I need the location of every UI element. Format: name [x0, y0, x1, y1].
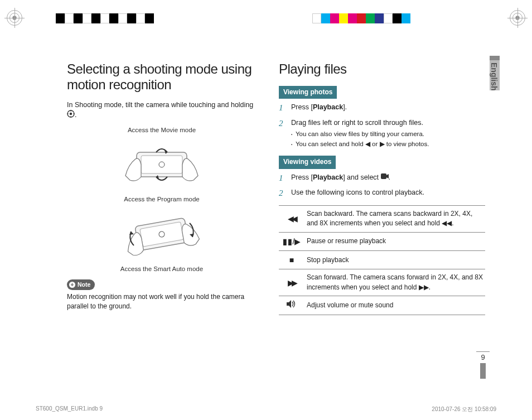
- footer-timestamp: 2010-07-26 오전 10:58:09: [432, 405, 496, 413]
- note-label: Note: [78, 281, 90, 288]
- footer: ST600_QSM_EUR1.indb 9 2010-07-26 오전 10:5…: [36, 405, 496, 413]
- volume-desc: Adjust volume or mute sound: [304, 296, 485, 315]
- rewind-desc: Scan backward. The camera scans backward…: [304, 206, 485, 233]
- intro-post: .: [75, 111, 76, 119]
- playback-bold: Playback: [313, 173, 343, 181]
- step-number: 2: [279, 187, 287, 200]
- forward-desc: Scan forward. The camera scans forward i…: [304, 269, 485, 296]
- step-text: ].: [343, 103, 347, 111]
- right-heading: Playing files: [279, 61, 485, 77]
- section-photos-tag: Viewing photos: [279, 86, 337, 99]
- caption-program: Access the Program mode: [67, 195, 257, 204]
- table-row: ▶▶ Scan forward. The camera scans forwar…: [279, 269, 485, 296]
- pause-desc: Pause or resume playback: [304, 232, 485, 250]
- svg-rect-7: [141, 156, 182, 173]
- registration-marks: [0, 8, 532, 30]
- volume-icon: [279, 296, 304, 315]
- motion-illustration-2: [103, 206, 220, 262]
- pause-play-icon: ▮▮/▶: [279, 232, 304, 250]
- photos-steps: 1 Press [Playback]. 2 Drag files left or…: [279, 102, 485, 149]
- videos-steps: 1 Press [Playback] and select . 2 Use th…: [279, 172, 485, 200]
- caption-movie: Access the Movie mode: [67, 125, 257, 135]
- left-heading: Selecting a shooting mode using motion r…: [67, 61, 257, 92]
- mode-dial-icon: [67, 110, 75, 120]
- video-icon: [381, 172, 389, 182]
- photos-step-2: Drag files left or right to scroll throu…: [291, 118, 485, 149]
- rewind-icon: ◀◀: [279, 206, 304, 233]
- photos-step-1: Press [Playback].: [291, 102, 485, 114]
- step-text: Press [: [291, 103, 313, 111]
- table-row: Adjust volume or mute sound: [279, 296, 485, 315]
- svg-marker-18: [287, 300, 291, 308]
- page-number-block: 9: [476, 351, 490, 379]
- section-videos-tag: Viewing videos: [279, 156, 336, 168]
- forward-icon: ▶▶: [279, 269, 304, 296]
- step-number: 2: [279, 118, 287, 149]
- left-intro: In Shooting mode, tilt the camera while …: [67, 100, 257, 120]
- svg-rect-16: [381, 173, 386, 179]
- page-number: 9: [476, 353, 490, 361]
- photos-bullet: You can also view files by tilting your …: [291, 129, 485, 139]
- step-text: Drag files left or right to scroll throu…: [291, 119, 423, 127]
- footer-filename: ST600_QSM_EUR1.indb 9: [36, 405, 103, 413]
- step-text: ] and select: [343, 173, 380, 181]
- language-tab: English: [490, 62, 499, 91]
- intro-text: In Shooting mode, tilt the camera while …: [67, 101, 253, 109]
- playback-bold: Playback: [313, 103, 343, 111]
- step-number: 1: [279, 172, 287, 185]
- right-column: Playing files Viewing photos 1 Press [Pl…: [279, 61, 485, 315]
- step-text: .: [389, 173, 390, 181]
- table-row: ■ Stop playback: [279, 251, 485, 269]
- svg-point-1: [70, 113, 72, 115]
- left-column: Selecting a shooting mode using motion r…: [67, 61, 257, 315]
- stop-icon: ■: [279, 251, 304, 269]
- table-row: ◀◀ Scan backward. The camera scans backw…: [279, 206, 485, 233]
- table-row: ▮▮/▶ Pause or resume playback: [279, 232, 485, 250]
- photos-bullet: You can select and hold ◀ or ▶ to view p…: [291, 139, 485, 149]
- playback-controls-table: ◀◀ Scan backward. The camera scans backw…: [279, 205, 485, 315]
- step-number: 1: [279, 102, 287, 114]
- videos-step-2: Use the following icons to control playb…: [291, 187, 485, 200]
- note-text: Motion recognition may not work well if …: [67, 292, 257, 311]
- videos-step-1: Press [Playback] and select .: [291, 172, 485, 185]
- caption-smartauto: Access the Smart Auto mode: [67, 264, 257, 274]
- note-badge: Note: [67, 279, 95, 290]
- stop-desc: Stop playback: [304, 251, 485, 269]
- motion-illustration-1: [103, 137, 220, 192]
- step-text: Press [: [291, 173, 313, 181]
